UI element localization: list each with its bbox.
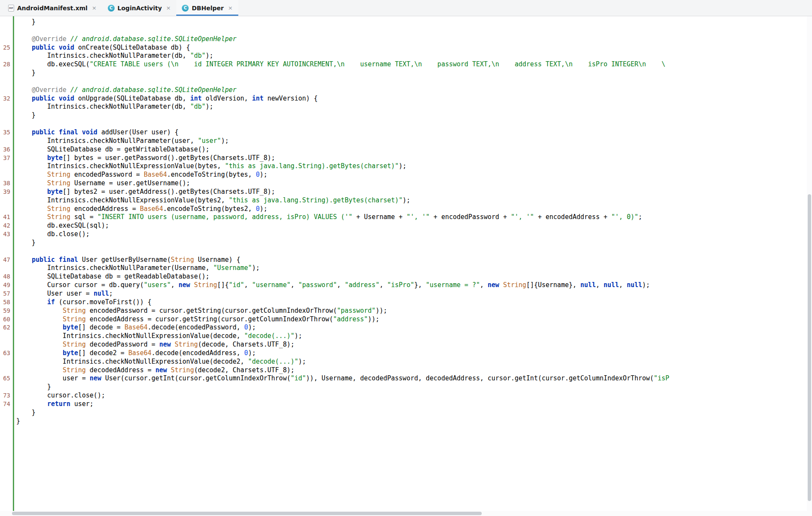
line-number: 49 (0, 281, 10, 290)
tab-close-icon[interactable]: × (166, 5, 171, 11)
code-line (0, 27, 807, 35)
code-line: } (0, 383, 807, 391)
line-number: 38 (0, 179, 10, 188)
code-line: 74 return user; (0, 400, 807, 409)
code-line-text: Cursor cursor = db.query("users", new St… (16, 281, 650, 290)
code-line-text: db.execSQL("CREATE TABLE users (\n id IN… (16, 60, 665, 69)
code-line (0, 77, 807, 86)
tab-androidmanifest-xml[interactable]: MFAndroidManifest.xml× (3, 0, 102, 16)
code-line: Intrinsics.checkNotNullParameter(user, "… (0, 137, 807, 145)
line-number: 35 (0, 128, 10, 137)
code-line: 43 db.close(); (0, 230, 807, 239)
code-line: Intrinsics.checkNotNullParameter(db, "db… (0, 103, 807, 111)
code-area[interactable]: } @Override // android.database.sqlite.S… (0, 16, 807, 511)
code-line (0, 247, 807, 256)
tab-loginactivity[interactable]: CLoginActivity× (102, 0, 177, 16)
code-line-text: String decodedAddress = new String(decod… (16, 366, 294, 375)
code-line-text: cursor.close(); (16, 391, 105, 400)
line-number: 59 (0, 307, 10, 315)
code-line: 37 byte[] bytes = user.getPassword().get… (0, 154, 807, 163)
tab-label: LoginActivity (118, 5, 162, 12)
code-line: } (0, 111, 807, 120)
code-line: 39 byte[] bytes2 = user.getAddress().get… (0, 188, 807, 196)
code-editor[interactable]: } @Override // android.database.sqlite.S… (0, 16, 812, 516)
code-line: Intrinsics.checkNotNullExpressionValue(b… (0, 162, 807, 171)
line-number: 25 (0, 44, 10, 52)
code-line-text: String sql = "INSERT INTO users (usernam… (16, 213, 642, 222)
code-line: 32 public void onUpgrade(SQLiteDatabase … (0, 95, 807, 103)
vertical-scrollbar-thumb[interactable] (808, 194, 811, 501)
code-line: Intrinsics.checkNotNullExpressionValue(d… (0, 358, 807, 366)
tab-close-icon[interactable]: × (228, 5, 233, 11)
code-line: 25 public void onCreate(SQLiteDatabase d… (0, 44, 807, 52)
code-line: 63 byte[] decode2 = Base64.decode(encode… (0, 349, 807, 358)
scrollbar-corner (807, 511, 812, 516)
line-number: 47 (0, 256, 10, 264)
code-line: 42 db.execSQL(sql); (0, 222, 807, 230)
code-line-text: SQLiteDatabase db = getWritableDatabase(… (16, 145, 210, 154)
code-line-text: String encodedAddress = cursor.getString… (16, 315, 379, 324)
code-line-text: } (16, 69, 36, 77)
code-line-text: Intrinsics.checkNotNullParameter(db, "db… (16, 103, 213, 111)
code-line: 62 byte[] decode = Base64.decode(encoded… (0, 323, 807, 332)
code-line: 49 Cursor cursor = db.query("users", new… (0, 281, 807, 290)
code-line: } (0, 18, 807, 27)
horizontal-scrollbar[interactable] (0, 511, 807, 516)
code-line-text: User user = null; (16, 290, 113, 298)
line-number: 60 (0, 315, 10, 324)
code-line: 48 SQLiteDatabase db = getReadableDataba… (0, 273, 807, 281)
code-line-text: Intrinsics.checkNotNullParameter(user, "… (16, 137, 229, 145)
code-line-text: byte[] bytes2 = user.getAddress().getByt… (16, 188, 275, 196)
code-line: 73 cursor.close(); (0, 391, 807, 400)
code-line-text: String encodedPassword = cursor.getStrin… (16, 307, 387, 315)
code-line: String encodedAddress = Base64.encodeToS… (0, 205, 807, 214)
code-line-text: String encodedAddress = Base64.encodeToS… (16, 205, 267, 214)
code-line: } (0, 69, 807, 77)
code-line-text: } (16, 111, 36, 120)
code-line-text: byte[] decode2 = Base64.decode(encodedAd… (16, 349, 256, 358)
line-number: 48 (0, 273, 10, 281)
line-number: 37 (0, 154, 10, 163)
code-line-text: @Override // android.database.sqlite.SQL… (16, 35, 237, 44)
class-icon: C (182, 5, 189, 12)
line-number: 32 (0, 95, 10, 103)
code-line: 65 user = new User(cursor.getInt(cursor.… (0, 374, 807, 383)
code-line: } (0, 239, 807, 247)
line-number: 73 (0, 391, 10, 400)
tab-close-icon[interactable]: × (92, 5, 97, 11)
horizontal-scrollbar-thumb[interactable] (12, 512, 482, 515)
line-number: 65 (0, 374, 10, 383)
code-line-text: Intrinsics.checkNotNullExpressionValue(b… (16, 196, 410, 205)
line-number: 28 (0, 60, 10, 69)
code-line-text: public final void addUser(User user) { (16, 128, 178, 137)
code-line: 59 String encodedPassword = cursor.getSt… (0, 307, 807, 315)
code-line-text: } (16, 409, 36, 417)
tab-label: AndroidManifest.xml (17, 5, 88, 12)
code-line-text: return user; (16, 400, 94, 409)
code-line: 47 public final User getUserByUsername(S… (0, 256, 807, 264)
code-line-text: public void onUpgrade(SQLiteDatabase db,… (16, 95, 317, 103)
code-line-text: db.close(); (16, 230, 90, 239)
code-line (0, 120, 807, 128)
code-line-text: db.execSQL(sql); (16, 222, 109, 230)
line-number: 57 (0, 290, 10, 298)
vertical-scrollbar[interactable] (807, 16, 812, 511)
editor-tab-bar: MFAndroidManifest.xml×CLoginActivity×CDB… (0, 0, 812, 16)
code-line-text: } (16, 239, 36, 247)
code-line-text: String encodedPassword = Base64.encodeTo… (16, 171, 267, 179)
code-line: 35 public final void addUser(User user) … (0, 128, 807, 137)
code-line: Intrinsics.checkNotNullParameter(Usernam… (0, 264, 807, 273)
line-number: 58 (0, 298, 10, 307)
tab-dbhelper[interactable]: CDBHelper× (176, 0, 238, 16)
code-line-text: byte[] decode = Base64.decode(encodedPas… (16, 323, 256, 332)
code-line-text: Intrinsics.checkNotNullParameter(db, "db… (16, 52, 213, 60)
line-number: 42 (0, 222, 10, 230)
line-number: 74 (0, 400, 10, 409)
code-line-text: public final User getUserByUsername(Stri… (16, 256, 240, 264)
code-line-text: String Username = user.getUsername(); (16, 179, 190, 188)
line-number: 36 (0, 145, 10, 154)
code-line-text: SQLiteDatabase db = getReadableDatabase(… (16, 273, 210, 281)
line-number: 63 (0, 349, 10, 358)
line-number: 41 (0, 213, 10, 222)
code-line: @Override // android.database.sqlite.SQL… (0, 35, 807, 44)
